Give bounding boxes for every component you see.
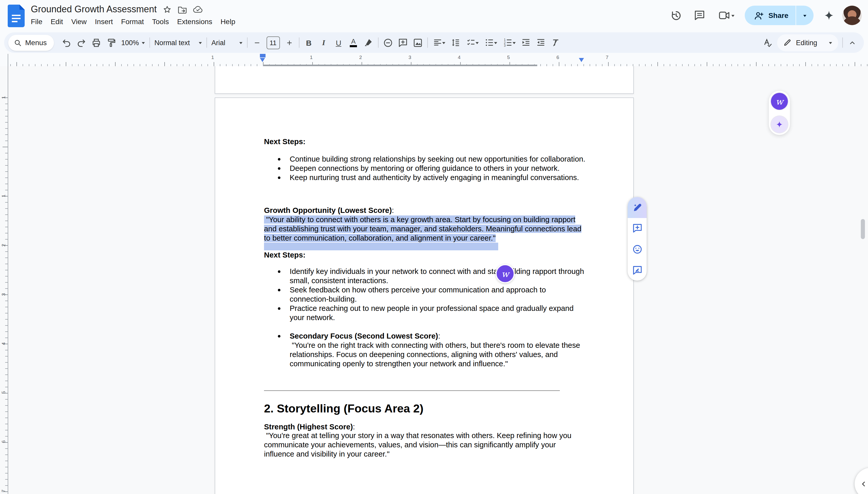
first-line-indent-marker[interactable] [260,54,266,57]
page-2[interactable]: Next Steps: Continue building strong rel… [215,97,634,494]
horizontal-ruler[interactable]: 11234567 [8,54,868,66]
ruler-number: 2 [359,54,362,60]
numbered-list-button[interactable]: 123 [501,36,518,50]
menu-item[interactable]: Insert [91,16,117,27]
strength-quote[interactable]: "You're great at telling your story in a… [264,431,585,459]
left-indent-marker[interactable] [260,58,265,65]
heading-storytelling[interactable]: 2. Storytelling (Focus Area 2) [264,402,585,416]
align-button[interactable] [430,36,448,50]
heading-strength[interactable]: Strength (Highest Score): [264,422,585,432]
font-value: Arial [211,39,225,46]
cloud-saved-icon[interactable] [193,6,203,13]
undo-button[interactable] [59,36,73,50]
ruler-number: 7 [606,54,609,60]
share-button-group: Share [745,6,814,25]
toolbar-divider [378,37,378,48]
hide-menus-button[interactable] [845,36,859,50]
menu-item[interactable]: View [67,16,91,27]
help-me-write-button[interactable] [628,197,647,218]
share-button[interactable]: Share [745,6,796,25]
increase-font-size-button[interactable] [282,36,296,50]
ruler-number: 5 [507,54,510,60]
ruler-number: 4 [1,340,6,347]
menu-item[interactable]: File [27,16,47,27]
mode-value: Editing [796,39,817,46]
highlighted-line[interactable]: and establishing trust with your team, m… [264,224,585,233]
menu-bar: FileEditViewInsertFormatToolsExtensionsH… [27,16,239,27]
meet-video-call-button[interactable] [713,5,740,26]
highlighted-line[interactable]: to better communication, collaboration, … [264,233,585,243]
text-color-button[interactable]: A [346,36,360,50]
wordtune-logo-button[interactable]: w [771,93,788,110]
decrease-indent-button[interactable] [519,36,533,50]
chevron-down-icon [494,42,497,45]
suggest-edits-button[interactable] [628,260,647,281]
list-item[interactable]: Identify key individuals in your network… [264,267,585,285]
vertical-ruler[interactable]: 11234567 [0,54,8,494]
wordtune-widget: w [769,91,790,135]
menu-item[interactable]: Edit [47,16,67,27]
search-menus-button[interactable]: Menus [8,35,54,51]
add-comment-button[interactable] [396,36,410,50]
menu-item[interactable]: Extensions [173,16,216,27]
font-size-input[interactable]: 11 [266,36,280,49]
print-button[interactable] [89,36,103,50]
add-comment-button-floating[interactable] [628,218,647,239]
vertical-scrollbar-thumb[interactable] [861,219,865,239]
zoom-select[interactable]: 100% [119,36,147,50]
redo-button[interactable] [74,36,88,50]
comments-icon[interactable] [689,5,710,26]
zoom-value: 100% [121,39,139,46]
growth-quote[interactable]: "Your ability to connect with others is … [264,215,585,243]
paint-format-button[interactable] [104,36,118,50]
share-dropdown-button[interactable] [796,6,814,25]
page-1[interactable] [215,62,634,94]
italic-button[interactable]: I [317,36,330,50]
version-history-icon[interactable] [666,5,686,26]
menu-item[interactable]: Tools [148,16,173,27]
heading-next-steps-1[interactable]: Next Steps: [264,137,585,146]
underline-button[interactable]: U [331,36,345,50]
account-avatar[interactable] [842,6,862,25]
bold-button[interactable]: B [302,36,315,50]
ruler-margin-strip [263,65,537,66]
right-indent-marker[interactable] [579,58,584,65]
highlight-color-button[interactable] [361,36,375,50]
wordtune-sparkle-button[interactable] [771,116,788,133]
secondary-focus-item[interactable]: Secondary Focus (Second Lowest Score): "… [264,331,585,368]
insert-image-button[interactable] [411,36,424,50]
move-to-folder-icon[interactable] [178,5,187,14]
ruler-number: 2 [1,242,6,249]
font-select[interactable]: Arial [209,36,245,50]
list-item[interactable]: Practice reaching out to new people in y… [264,304,585,322]
highlighted-line[interactable]: "Your ability to connect with others is … [264,215,585,224]
menu-item[interactable]: Format [117,16,148,27]
bulleted-list-button[interactable] [482,36,500,50]
heading-next-steps-2[interactable]: Next Steps: [264,250,585,260]
selection-action-bar [628,197,647,281]
gemini-sparkle-icon[interactable] [819,5,839,26]
spellcheck-button[interactable] [760,36,774,50]
emoji-reaction-button[interactable] [628,239,647,260]
document-title[interactable]: Grounded Growth Assessment [31,4,157,15]
chevron-left-icon [860,480,867,487]
secondary-quote: "You're on the right track with connecti… [290,341,585,368]
increase-indent-button[interactable] [534,36,548,50]
insert-link-button[interactable] [381,36,395,50]
list-item[interactable]: Seek feedback on how others perceive you… [264,285,585,304]
wordtune-selection-badge[interactable]: w [495,264,514,283]
bullet-list-1: Continue building strong relationships b… [264,154,585,182]
google-docs-icon[interactable] [8,5,25,27]
checklist-button[interactable] [464,36,481,50]
menu-item[interactable]: Help [216,16,240,27]
list-item[interactable]: Deepen connections by mentoring or offer… [264,164,585,173]
star-icon[interactable] [163,5,171,14]
paragraph-style-select[interactable]: Normal text [152,36,204,50]
list-item[interactable]: Continue building strong relationships b… [264,154,585,164]
heading-growth-opportunity[interactable]: Growth Opportunity (Lowest Score): [264,206,585,215]
clear-formatting-button[interactable] [549,36,563,50]
line-spacing-button[interactable] [449,36,463,50]
list-item[interactable]: Keep nurturing trust and authenticity by… [264,173,585,182]
editing-mode-select[interactable]: Editing [777,34,838,51]
decrease-font-size-button[interactable] [250,36,264,50]
